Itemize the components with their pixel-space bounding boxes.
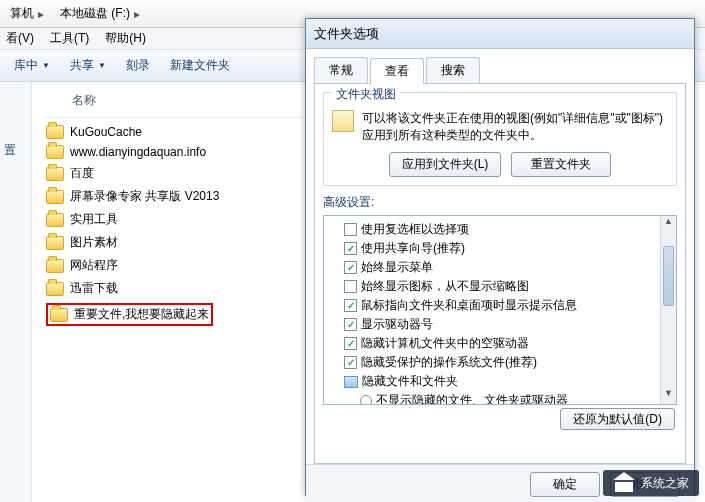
checkbox-icon[interactable] [344,337,357,350]
reset-folders-button[interactable]: 重置文件夹 [511,152,611,177]
tree-item[interactable]: 始终显示菜单 [344,258,674,277]
folder-icon [46,282,64,296]
folder-view-icon [332,110,354,132]
scroll-down-icon[interactable]: ▼ [661,388,676,404]
tree-item[interactable]: 始终显示图标，从不显示缩略图 [344,277,674,296]
tree-item[interactable]: 使用复选框以选择项 [344,220,674,239]
menu-tools[interactable]: 工具(T) [50,30,89,47]
tab-panel-view: 文件夹视图 可以将该文件夹正在使用的视图(例如"详细信息"或"图标")应用到所有… [314,84,686,464]
sidebar-item[interactable]: 置 [0,82,31,219]
tab-general[interactable]: 常规 [314,57,368,83]
tree-group[interactable]: 隐藏文件和文件夹 [344,372,674,391]
folder-view-group: 文件夹视图 可以将该文件夹正在使用的视图(例如"详细信息"或"图标")应用到所有… [323,92,677,186]
checkbox-icon[interactable] [344,261,357,274]
folder-view-description: 可以将该文件夹正在使用的视图(例如"详细信息"或"图标")应用到所有这种类型的文… [362,110,668,144]
dialog-tabs: 常规 查看 搜索 [314,57,686,84]
chevron-right-icon: ▸ [134,7,140,21]
scroll-up-icon[interactable]: ▲ [661,216,676,232]
folder-icon [46,167,64,181]
tree-item[interactable]: 隐藏受保护的操作系统文件(推荐) [344,353,674,372]
restore-defaults-button[interactable]: 还原为默认值(D) [560,408,675,430]
menu-view[interactable]: 看(V) [6,30,34,47]
checkbox-icon[interactable] [344,318,357,331]
checkbox-icon[interactable] [344,356,357,369]
annotation-box: 重要文件,我想要隐藏起来 [46,303,213,326]
scroll-thumb[interactable] [663,246,674,306]
checkbox-icon[interactable] [344,223,357,236]
caret-down-icon: ▼ [42,61,50,70]
house-icon [613,474,635,492]
folder-icon [46,145,64,159]
folder-tree-icon [344,376,358,388]
folder-options-dialog: 文件夹选项 常规 查看 搜索 文件夹视图 可以将该文件夹正在使用的视图(例如"详… [305,18,695,496]
folder-icon [46,190,64,204]
advanced-settings-label: 高级设置: [323,194,677,211]
chevron-right-icon: ▸ [38,7,44,21]
folder-icon [46,236,64,250]
checkbox-icon[interactable] [344,280,357,293]
toolbar-include-in-library[interactable]: 库中▼ [6,54,58,77]
nav-sidebar: 置 [0,82,32,502]
toolbar-burn[interactable]: 刻录 [118,54,158,77]
advanced-settings-tree[interactable]: 使用复选框以选择项 使用共享向导(推荐) 始终显示菜单 始终显示图标，从不显示缩… [323,215,677,405]
apply-to-folders-button[interactable]: 应用到文件夹(L) [389,152,502,177]
radio-icon[interactable] [360,395,372,406]
scrollbar[interactable]: ▲ ▼ [660,216,676,404]
folder-icon [46,125,64,139]
checkbox-icon[interactable] [344,299,357,312]
tree-item[interactable]: 隐藏计算机文件夹中的空驱动器 [344,334,674,353]
toolbar-share[interactable]: 共享▼ [62,54,114,77]
caret-down-icon: ▼ [98,61,106,70]
tree-item[interactable]: 不显示隐藏的文件、文件夹或驱动器 [344,391,674,405]
breadcrumb-seg[interactable]: 本地磁盘 (F:)▸ [54,3,146,24]
folder-icon [46,213,64,227]
toolbar-new-folder[interactable]: 新建文件夹 [162,54,238,77]
watermark: 系统之家 [603,470,699,496]
breadcrumb-seg[interactable]: 算机▸ [4,3,50,24]
folder-icon [50,308,68,322]
tree-item[interactable]: 显示驱动器号 [344,315,674,334]
tab-view[interactable]: 查看 [370,58,424,84]
tree-item[interactable]: 使用共享向导(推荐) [344,239,674,258]
folder-icon [46,259,64,273]
checkbox-icon[interactable] [344,242,357,255]
dialog-title: 文件夹选项 [306,19,694,49]
tree-item[interactable]: 鼠标指向文件夹和桌面项时显示提示信息 [344,296,674,315]
group-label: 文件夹视图 [332,86,400,103]
ok-button[interactable]: 确定 [530,472,600,497]
menu-help[interactable]: 帮助(H) [105,30,146,47]
tab-search[interactable]: 搜索 [426,57,480,83]
